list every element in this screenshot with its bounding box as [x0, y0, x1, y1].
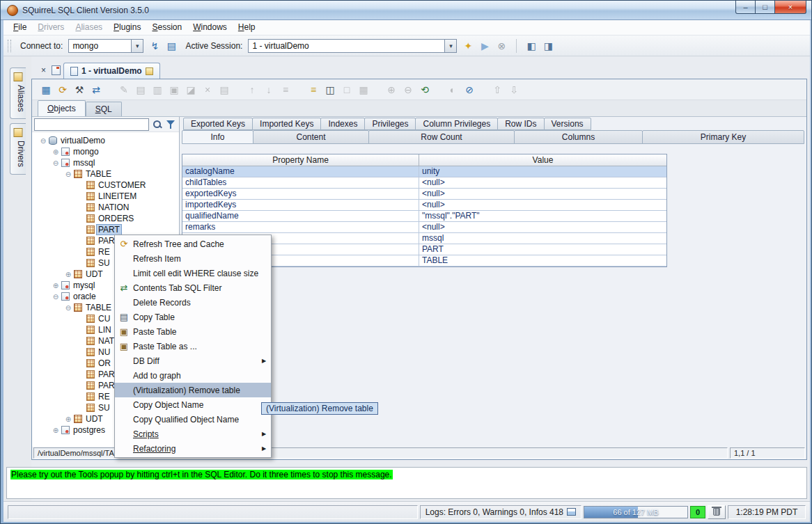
value-cell[interactable]: <null> [419, 189, 666, 199]
tree-expand-handle[interactable]: ⊖ [64, 170, 72, 178]
move-column-down-icon[interactable]: ⇩ [506, 82, 522, 97]
new-sql-worksheet-icon[interactable]: ◧ [523, 38, 540, 53]
sql-tools-icon[interactable]: ⚒ [71, 82, 88, 97]
cancel-sql-icon[interactable]: ⊗ [493, 38, 510, 53]
detach-session-icon[interactable] [52, 65, 61, 75]
edit-results-icon[interactable]: ▦ [38, 82, 54, 97]
menu-item-refresh-item[interactable]: Refresh Item [115, 251, 271, 266]
copy-special-icon[interactable]: ▥ [149, 82, 166, 97]
property-cell[interactable]: importedKeys [182, 200, 419, 210]
tab-sql[interactable]: SQL [86, 102, 122, 116]
search-icon[interactable] [151, 118, 163, 130]
tree-expand-handle[interactable]: ⊕ [64, 415, 72, 423]
tab-imported-keys[interactable]: Imported Keys [252, 118, 321, 130]
value-cell[interactable]: unity [419, 166, 666, 177]
value-cell[interactable]: <null> [419, 222, 666, 232]
property-cell[interactable]: childTables [182, 177, 419, 188]
tab-indexes[interactable]: Indexes [320, 118, 365, 130]
object-search-input[interactable] [34, 118, 149, 131]
side-tab-drivers[interactable]: Drivers [10, 123, 26, 175]
property-cell[interactable]: exportedKeys [182, 189, 419, 199]
tree-item-table[interactable]: ⊖TABLE [32, 168, 179, 180]
tab-exported-keys[interactable]: Exported Keys [183, 118, 253, 130]
edit-icon[interactable]: ✎ [116, 82, 132, 97]
table-row[interactable]: remarks<null> [182, 222, 666, 233]
tree-expand-handle[interactable]: ⊖ [52, 159, 60, 167]
value-cell[interactable]: PART [419, 244, 666, 255]
table-row[interactable]: importedKeys<null> [182, 200, 666, 211]
session-tab[interactable]: 1 - virtualDemo [63, 63, 160, 79]
title-bar[interactable]: SQuirreL SQL Client Version 3.5.0 –□× [1, 1, 812, 20]
value-cell[interactable]: TABLE [419, 255, 666, 266]
menu-item-copy-table[interactable]: ▤Copy Table [115, 310, 271, 324]
table-row[interactable]: childTables<null> [182, 177, 666, 189]
menu-file[interactable]: File [8, 20, 32, 35]
window-icon[interactable]: □ [338, 82, 355, 97]
menu-item-delete-records[interactable]: Delete Records [115, 295, 271, 310]
detach-table-icon[interactable]: ◫ [322, 82, 338, 97]
tab-primary-key[interactable]: Primary Key [642, 130, 804, 144]
combo-arrow-icon[interactable]: ▾ [444, 40, 456, 52]
refresh-data-icon[interactable]: ⟲ [416, 82, 433, 97]
tab-row-count[interactable]: Row Count [368, 130, 515, 144]
menu-item-refactoring[interactable]: Refactoring▶ [115, 441, 271, 456]
property-cell[interactable]: catalogName [182, 166, 419, 177]
side-tab-aliases[interactable]: Aliases [10, 68, 26, 119]
alias-combo[interactable]: mongo ▾ [68, 39, 143, 53]
tree-item-nation[interactable]: NATION [32, 202, 179, 213]
tree-expand-handle[interactable]: ⊖ [39, 137, 47, 145]
menu-item-refresh-tree-and-cache[interactable]: ⟳Refresh Tree and Cache [115, 237, 271, 251]
logs-cell[interactable]: Logs: Errors 0, Warnings 0, Infos 418 [420, 505, 581, 519]
value-cell[interactable]: mssql [419, 233, 666, 244]
session-pin-icon[interactable] [146, 68, 153, 75]
close-button[interactable]: × [774, 1, 806, 14]
tree-expand-handle[interactable]: ⊕ [52, 282, 60, 289]
tree-item-orders[interactable]: ORDERS [32, 213, 179, 224]
value-cell[interactable]: <null> [419, 177, 666, 188]
alert-badge[interactable]: 0 [690, 506, 705, 518]
session-key-icon[interactable]: ✦ [460, 38, 476, 53]
tab-column-privileges[interactable]: Column Privileges [415, 118, 498, 130]
paste-icon[interactable]: ▣ [166, 82, 182, 97]
tree-expand-handle[interactable]: ⊕ [52, 148, 60, 156]
zoom-in-icon[interactable]: ⊕ [383, 82, 400, 97]
tree-item-lineitem[interactable]: LINEITEM [32, 191, 179, 202]
menu-item-copy-object-name[interactable]: Copy Object Name [115, 397, 271, 412]
move-column-up-icon[interactable]: ⇧ [489, 82, 506, 97]
scroll-down-icon[interactable]: ↓ [260, 82, 277, 97]
tree-item-mongo[interactable]: ⊕mongo [32, 146, 179, 157]
log-viewer-icon[interactable] [567, 508, 576, 516]
menu-session[interactable]: Session [146, 20, 187, 35]
delete-icon[interactable]: × [199, 82, 216, 97]
menu-windows[interactable]: Windows [187, 20, 233, 35]
refresh-tree-icon[interactable]: ⟳ [54, 82, 71, 97]
chart-icon[interactable]: ◐ [444, 82, 461, 97]
table-row[interactable]: catalogNameunity [182, 166, 666, 177]
row-numbers-icon[interactable]: ≡ [305, 82, 322, 97]
menu-item-paste-table[interactable]: ▣Paste Table [115, 324, 271, 339]
value-cell[interactable]: "mssql"."PART" [419, 211, 666, 221]
tree-expand-handle[interactable]: ⊖ [64, 304, 72, 312]
print-icon[interactable]: ▤ [216, 82, 233, 97]
table-row[interactable]: exportedKeys<null> [182, 189, 666, 200]
minimize-button[interactable]: – [735, 1, 756, 14]
maximize-button[interactable]: □ [756, 1, 774, 14]
tree-expand-handle[interactable]: ⊖ [52, 293, 60, 301]
tab-content[interactable]: Content [253, 130, 369, 144]
tab-objects[interactable]: Objects [38, 100, 86, 116]
property-cell[interactable]: qualifiedName [182, 211, 419, 221]
menu-item-virtualization-remove-table[interactable]: (Virtualization) Remove table [115, 383, 271, 397]
tree-item-mssql[interactable]: ⊖mssql [32, 157, 179, 168]
menu-help[interactable]: Help [233, 20, 261, 35]
menu-item-contents-tab-sql-filter[interactable]: ⇄Contents Tab SQL Filter [115, 280, 271, 295]
pin-results-icon[interactable]: ▦ [355, 82, 372, 97]
tab-versions[interactable]: Versions [544, 118, 591, 130]
readonly-icon[interactable]: ⊘ [461, 82, 478, 97]
menu-item-paste-table-as[interactable]: ▣Paste Table as ... [115, 339, 271, 354]
session-combo[interactable]: 1 - virtualDemo ▾ [248, 39, 457, 53]
garbage-collect-button[interactable] [708, 505, 726, 519]
tree-item-part[interactable]: PART [32, 224, 179, 235]
table-row[interactable]: qualifiedName"mssql"."PART" [182, 211, 666, 222]
zoom-out-icon[interactable]: ⊖ [400, 82, 416, 97]
tab-columns[interactable]: Columns [514, 130, 643, 144]
